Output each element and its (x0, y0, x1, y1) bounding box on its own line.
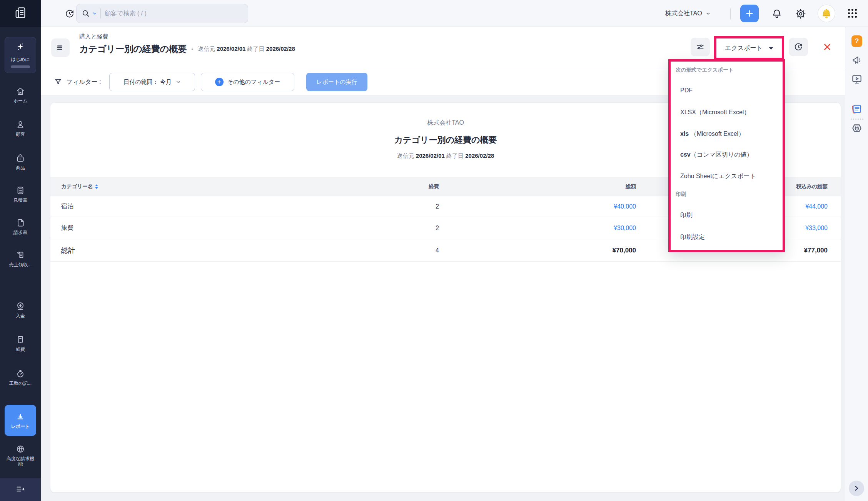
report-from-date: 2026/02/01 (416, 152, 445, 159)
sidebar-item-sales-receipts[interactable]: 売上領収... (0, 250, 41, 267)
table-cell: 2 (243, 203, 439, 210)
customize-columns-button[interactable] (691, 38, 710, 56)
menu-item[interactable]: xls （Microsoft Excel） (680, 129, 744, 139)
to-label: 終了日 (247, 45, 265, 52)
close-report-button[interactable] (821, 41, 833, 53)
sidebar-item-reports-active[interactable]: レポート (5, 405, 36, 436)
search-icon (81, 9, 90, 18)
close-icon (822, 42, 832, 52)
history-icon (64, 8, 75, 19)
refresh-report-button[interactable] (789, 38, 808, 56)
date-range-filter-button[interactable]: 日付の範囲： 今月 (109, 73, 195, 91)
menu-item[interactable]: csv（コンマ区切りの値） (680, 150, 753, 159)
more-filters-label: その他のフィルター (227, 78, 280, 86)
column-header-expense-count[interactable]: 経費 (243, 183, 439, 190)
nav-label: 商品 (0, 165, 41, 170)
documents-stack-icon (850, 102, 863, 115)
total-label: 総計 (61, 246, 243, 255)
report-from-label: 送信元 (397, 152, 414, 159)
quick-create-button[interactable] (740, 5, 759, 22)
integrations-button[interactable] (845, 122, 868, 135)
table-cell: 宿泊 (61, 202, 243, 210)
menu-item[interactable]: 印刷 (680, 210, 693, 220)
video-tutorials-button[interactable] (845, 73, 868, 85)
resources-button[interactable] (845, 102, 868, 115)
avatar[interactable] (818, 5, 835, 22)
sidebar-item-home[interactable]: ホーム (0, 86, 41, 104)
sort-icon[interactable] (95, 184, 98, 189)
reports-menu-button[interactable] (51, 38, 70, 57)
apps-grid-icon[interactable] (848, 9, 858, 19)
export-button[interactable]: エクスポート (716, 38, 782, 58)
nav-label: 工数の記... (0, 381, 41, 386)
video-player-icon (851, 73, 863, 85)
help-button[interactable]: ? (851, 35, 862, 47)
notifications-button[interactable] (771, 8, 783, 20)
announcements-button[interactable] (845, 54, 868, 66)
search-divider (100, 8, 101, 18)
date-range-value: 日付の範囲： 今月 (124, 78, 172, 86)
from-date: 2026/02/01 (217, 45, 245, 52)
caret-down-icon (769, 47, 773, 50)
menu-section-label: 次の形式でエクスポート (676, 65, 734, 75)
app-logo[interactable] (0, 0, 41, 27)
menu-section-label: 印刷 (676, 190, 686, 199)
topbar: 顧客で検索 ( / ) 株式会社TAO (41, 0, 868, 27)
run-report-button[interactable]: レポートの実行 (306, 73, 367, 91)
topbar-divider (730, 8, 731, 19)
nav-label: 経費 (0, 347, 41, 352)
plus-icon (744, 8, 754, 18)
bell-icon (771, 8, 783, 20)
sidebar-item-expenses[interactable]: 経費 (0, 335, 41, 352)
filter-label: フィルター : (54, 68, 101, 96)
breadcrumb[interactable]: 購入と経費 (79, 33, 108, 40)
recent-history-button[interactable] (63, 8, 76, 20)
sidebar-collapse-button[interactable] (0, 478, 41, 501)
menu-item[interactable]: XLSX（Microsoft Excel） (680, 108, 750, 117)
collapse-arrow-icon (15, 484, 26, 496)
sidebar: はじめに ホーム 顧客 商品 見積書 請求書 売上領収... 入金 経費 工数の… (0, 0, 41, 501)
total-count: 4 (243, 247, 439, 254)
refresh-icon (793, 42, 803, 52)
settings-button[interactable] (795, 8, 806, 20)
sidebar-item-time-tracking[interactable]: 工数の記... (0, 369, 41, 386)
sliders-icon (695, 42, 705, 52)
amount-link[interactable]: ¥30,000 (439, 225, 636, 232)
menu-item[interactable]: Zoho Sheetにエクスポート (680, 172, 756, 181)
org-switcher[interactable]: 株式会社TAO (665, 0, 711, 27)
meta-separator: • (191, 46, 193, 52)
sparkle-icon (15, 42, 25, 53)
more-filters-button[interactable]: + その他のフィルター (201, 73, 294, 91)
expand-panel-button[interactable] (849, 481, 864, 496)
books-logo-icon (14, 6, 27, 21)
nav-label: レポート (8, 424, 33, 429)
report-to-date: 2026/02/28 (465, 152, 494, 159)
nav-label: 売上領収... (0, 262, 41, 267)
sidebar-item-advanced-billing[interactable]: 高度な請求機能 (0, 444, 41, 467)
sidebar-item-payments[interactable]: 入金 (0, 301, 41, 319)
column-header-category[interactable]: カテゴリー名 (61, 183, 243, 190)
nav-label: 顧客 (0, 132, 41, 137)
amount-link[interactable]: ¥40,000 (439, 203, 636, 210)
menu-item[interactable]: 印刷設定 (680, 232, 705, 242)
getting-started-progress (11, 65, 30, 68)
export-dropdown-menu: 次の形式でエクスポートPDFXLSX（Microsoft Excel）xls （… (668, 59, 785, 252)
table-cell: 2 (243, 225, 439, 232)
avatar-bell-image (820, 7, 833, 20)
sidebar-item-customers[interactable]: 顧客 (0, 120, 41, 137)
chevron-down-icon (175, 79, 181, 85)
rail-separator (845, 119, 868, 120)
megaphone-icon (851, 54, 863, 66)
search-input[interactable]: 顧客で検索 ( / ) (76, 4, 248, 23)
chevron-right-icon (853, 485, 860, 492)
report-to-label: 終了日 (446, 152, 464, 159)
column-header-total[interactable]: 総額 (439, 183, 636, 190)
nav-label: 見積書 (0, 197, 41, 203)
sidebar-item-quotes[interactable]: 見積書 (0, 185, 41, 203)
menu-item[interactable]: PDF (680, 86, 693, 95)
sidebar-item-invoices[interactable]: 請求書 (0, 218, 41, 235)
sidebar-item-getting-started[interactable]: はじめに (5, 37, 36, 73)
search-scope-chevron-icon[interactable] (92, 11, 97, 16)
sidebar-item-items[interactable]: 商品 (0, 153, 41, 170)
hexagon-plug-icon (850, 122, 863, 135)
